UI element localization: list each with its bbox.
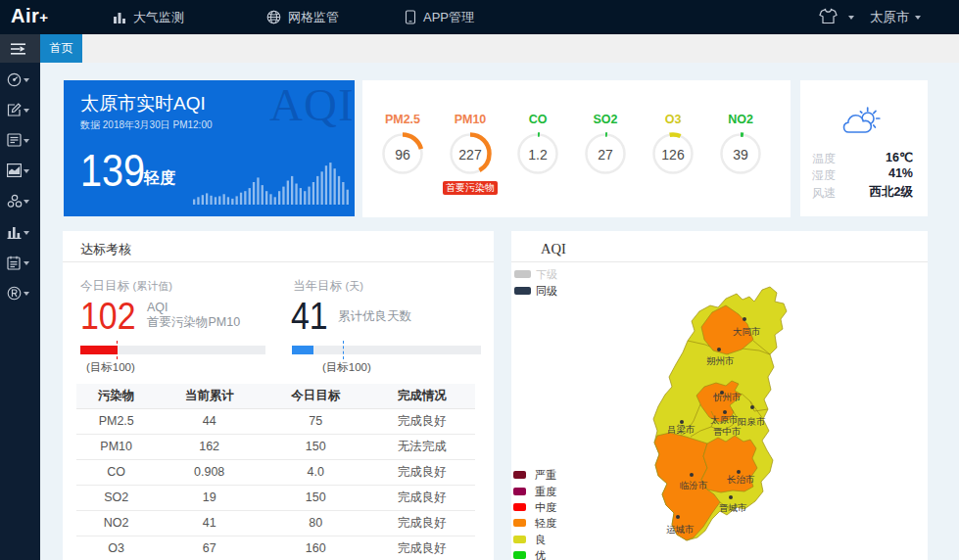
svg-text:临汾市: 临汾市 — [680, 480, 708, 490]
svg-text:朔州市: 朔州市 — [706, 355, 735, 366]
svg-text:大同市: 大同市 — [733, 326, 761, 337]
svg-text:吕梁市: 吕梁市 — [667, 424, 695, 435]
svg-text:阳泉市: 阳泉市 — [738, 416, 766, 427]
svg-text:忻州市: 忻州市 — [712, 392, 742, 402]
svg-text:晋城市: 晋城市 — [719, 502, 747, 513]
svg-text:运城市: 运城市 — [666, 524, 695, 535]
svg-text:长治市: 长治市 — [727, 474, 755, 485]
svg-text:晋中市: 晋中市 — [713, 426, 742, 437]
svg-text:太原市: 太原市 — [710, 414, 739, 425]
